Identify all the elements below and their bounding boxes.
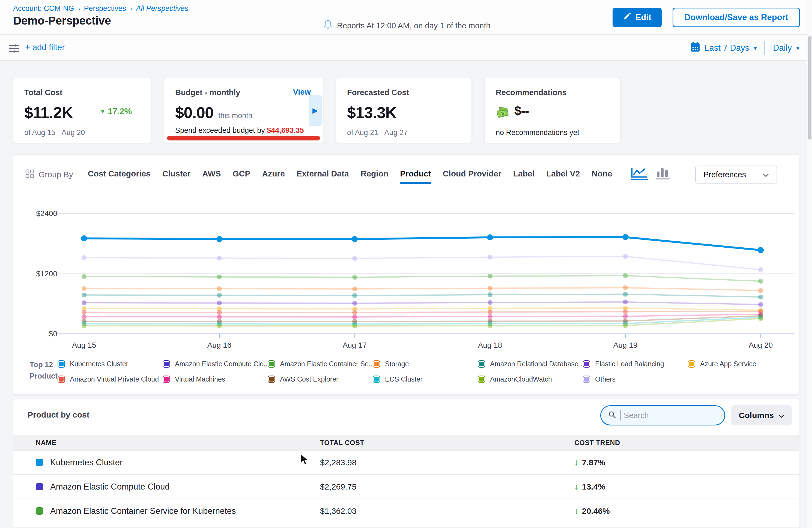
data-point	[217, 287, 222, 291]
data-point	[217, 256, 222, 261]
download-save-report-button[interactable]: Download/Save as Report	[672, 8, 800, 27]
group-by-tab-product[interactable]: Product	[400, 169, 431, 180]
legend-item[interactable]: Storage	[373, 358, 478, 370]
filter-sliders-icon[interactable]	[8, 43, 20, 55]
table-row[interactable]: Kubernetes Cluster$2,283.98↓7.87%	[13, 451, 799, 475]
forecasted-cost-label: Forecasted Cost	[347, 88, 409, 97]
money-icon: $	[496, 106, 509, 119]
legend-label: Amazon Virtual Private Cloud	[70, 375, 159, 383]
table-row[interactable]: Amazon Elastic Compute Cloud$2,269.75↓13…	[13, 475, 799, 499]
data-point	[758, 302, 763, 307]
legend-item[interactable]: Amazon Virtual Private Cloud	[58, 373, 163, 385]
budget-view-link[interactable]: View	[293, 88, 311, 97]
data-point	[81, 235, 87, 241]
legend-item[interactable]: Elastic Load Balancing	[583, 358, 688, 370]
column-header-total-cost[interactable]: TOTAL COST	[320, 439, 574, 447]
divider	[765, 42, 765, 55]
legend-swatch	[583, 360, 590, 368]
data-point	[352, 314, 357, 319]
group-by-tab-label-v2[interactable]: Label V2	[546, 169, 580, 180]
data-point	[488, 310, 493, 314]
group-by-tab-azure[interactable]: Azure	[262, 169, 285, 180]
cost-trend-chart[interactable]: $2400$1200$0Aug 15Aug 16Aug 17Aug 18Aug …	[25, 208, 800, 350]
chart-line-amazon-elastic-container-service-for-kubernetes	[82, 273, 763, 284]
data-point	[758, 295, 763, 299]
legend-item[interactable]: Amazon Elastic Compute Clo...	[163, 358, 268, 370]
group-by-tab-aws[interactable]: AWS	[202, 169, 221, 180]
search-input[interactable]: Search	[600, 405, 725, 425]
breadcrumb-perspectives[interactable]: Perspectives	[84, 4, 126, 13]
total-cost-trend: ▼17.2%	[100, 107, 132, 116]
legend-label: AWS Cost Explorer	[280, 375, 338, 383]
legend-item[interactable]: Amazon Relational Database ...	[478, 358, 583, 370]
column-header-name[interactable]: NAME	[13, 439, 320, 447]
data-point	[623, 299, 628, 304]
group-by-tab-region[interactable]: Region	[361, 169, 389, 180]
bar-chart-icon[interactable]	[655, 167, 671, 181]
granularity-selector[interactable]: Daily ▾	[773, 43, 799, 53]
data-point	[82, 255, 87, 260]
perspective-chart-panel: Group By Cost CategoriesClusterAWSGCPAzu…	[13, 154, 799, 395]
total-cost-period: of Aug 15 - Aug 20	[24, 129, 85, 137]
line-chart-icon[interactable]	[630, 167, 648, 181]
legend-item[interactable]: Azure App Service	[688, 358, 793, 370]
breadcrumb: Account: CCM-NG › Perspectives › All Per…	[13, 4, 188, 13]
group-by-tab-cloud-provider[interactable]: Cloud Provider	[443, 169, 502, 180]
legend-label: ECS Cluster	[385, 375, 423, 383]
legend-item[interactable]: Amazon Elastic Container Se...	[268, 358, 373, 370]
budget-value: $0.00	[175, 103, 213, 122]
chart-line-others	[82, 254, 763, 272]
data-point	[352, 275, 357, 280]
legend-title: Top 12 Product	[30, 358, 58, 385]
table-title: Product by cost	[28, 410, 89, 420]
columns-dropdown[interactable]: Columns	[731, 405, 792, 425]
data-point	[352, 236, 358, 242]
preferences-dropdown[interactable]: Preferences	[695, 165, 777, 184]
legend-label: Azure App Service	[700, 360, 756, 368]
group-by-tab-cost-categories[interactable]: Cost Categories	[88, 169, 150, 180]
legend-swatch	[478, 360, 485, 368]
x-axis-tick-label: Aug 20	[749, 341, 773, 350]
chart-line-amazon-relational-database-service	[82, 292, 763, 299]
y-axis-tick-label: $0	[25, 329, 57, 338]
table-row[interactable]: Amazon Elastic Container Service for Kub…	[13, 499, 799, 523]
legend-item[interactable]: Others	[583, 373, 688, 385]
chart-line-amazon-virtual-private-cloud	[82, 309, 763, 315]
text-caret	[620, 410, 621, 421]
group-by-tab-cluster[interactable]: Cluster	[162, 169, 190, 180]
group-by-tabs: Cost CategoriesClusterAWSGCPAzureExterna…	[88, 169, 612, 180]
chart-line-elastic-load-balancing	[82, 299, 763, 307]
scrollbar-thumb[interactable]	[808, 36, 811, 140]
data-point	[488, 292, 493, 297]
legend-item[interactable]: AmazonCloudWatch	[478, 373, 583, 385]
x-axis-tick-label: Aug 15	[72, 341, 96, 350]
product-color-swatch	[36, 507, 43, 515]
total-cost-card: Total Cost $11.2K ▼17.2% of Aug 15 - Aug…	[13, 78, 151, 143]
group-by-tab-gcp[interactable]: GCP	[233, 169, 250, 180]
legend-item[interactable]: Kubernetes Cluster	[58, 358, 163, 370]
y-axis-tick-label: $1200	[25, 269, 57, 278]
breadcrumb-all-perspectives[interactable]: All Perspectives	[136, 4, 188, 13]
legend-item[interactable]: Virtual Machines	[163, 373, 268, 385]
group-by-tab-external-data[interactable]: External Data	[296, 169, 349, 180]
arrow-down-icon: ↓	[574, 506, 579, 516]
budget-expand-button[interactable]: ▶	[308, 95, 322, 126]
edit-button[interactable]: Edit	[612, 8, 662, 27]
legend-item[interactable]: ECS Cluster	[373, 373, 478, 385]
vertical-scrollbar[interactable]	[807, 0, 812, 528]
total-cost-label: Total Cost	[24, 88, 62, 97]
legend-item[interactable]: AWS Cost Explorer	[268, 373, 373, 385]
data-point	[352, 301, 357, 306]
date-range-selector[interactable]: Last 7 Days ▾	[690, 42, 757, 54]
filter-bar: + add filter Last 7 Days ▾ Daily ▾	[0, 35, 812, 61]
add-filter-button[interactable]: + add filter	[25, 43, 65, 53]
group-by-tab-label[interactable]: Label	[513, 169, 535, 180]
breadcrumb-account[interactable]: Account: CCM-NG	[13, 4, 74, 13]
column-header-cost-trend[interactable]: COST TREND	[574, 439, 799, 447]
budget-label: Budget - monthly	[175, 88, 240, 97]
legend-swatch	[478, 376, 485, 383]
cell-product-name: Kubernetes Cluster	[13, 458, 320, 467]
group-by-tab-none[interactable]: None	[592, 169, 612, 180]
download-button-label: Download/Save as Report	[684, 13, 788, 23]
legend-label: Elastic Load Balancing	[595, 360, 664, 368]
